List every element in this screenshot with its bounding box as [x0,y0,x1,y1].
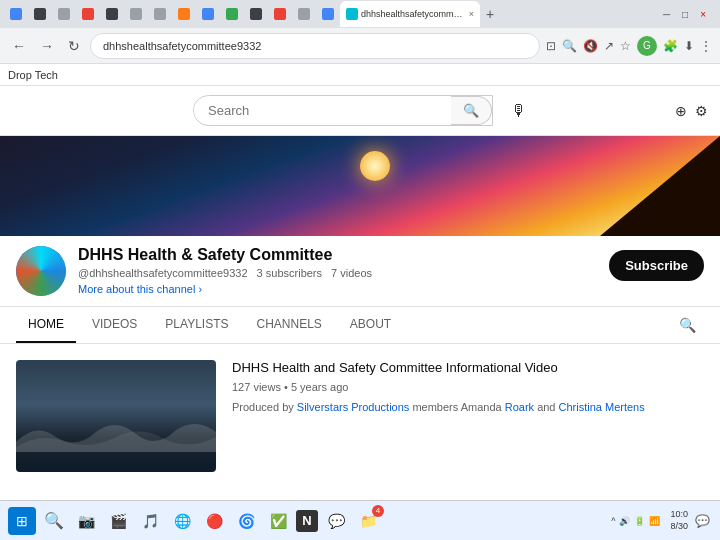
tab-item[interactable] [76,1,100,27]
amanda-link[interactable]: Roark [505,401,534,413]
taskbar-spotify[interactable]: 🎵 [136,507,164,535]
tab-item[interactable] [148,1,172,27]
channel-nav: HOME VIDEOS PLAYLISTS CHANNELS ABOUT 🔍 [0,307,720,344]
zoom-icon[interactable]: 🔍 [562,39,577,53]
tab-active[interactable]: dhhshealthsafetycommittee9332 × [340,1,480,27]
search-button[interactable]: 🔍 [451,96,492,125]
taskbar-clock[interactable]: 10:0 8/30 [670,509,688,532]
channel-subscribers: 3 subscribers [257,267,322,279]
chevron-right-icon: › [198,283,202,295]
video-meta: 127 views • 5 years ago [232,381,704,393]
tab-title: dhhshealthsafetycommittee9332 [361,9,464,19]
tab-item[interactable] [268,1,292,27]
wave-graphic [16,412,216,452]
maximize-button[interactable]: □ [678,7,692,22]
video-desc-text: Produced by [232,401,297,413]
reload-button[interactable]: ↻ [64,36,84,56]
tab-item[interactable] [316,1,340,27]
cast-icon[interactable]: ⊡ [546,39,556,53]
search-input[interactable] [194,97,451,124]
video-description: Produced by Silverstars Productions memb… [232,399,704,416]
tab-item[interactable] [220,1,244,27]
mute-icon[interactable]: 🔇 [583,39,598,53]
close-button[interactable]: × [696,7,710,22]
share-icon[interactable]: ↗ [604,39,614,53]
profile-avatar[interactable]: G [637,36,657,56]
notification-center[interactable]: 💬 [692,511,712,531]
time-display: 10:0 [670,509,688,521]
taskbar-files[interactable]: 📁 4 [354,507,382,535]
start-button[interactable]: ⊞ [8,507,36,535]
tab-item[interactable] [28,1,52,27]
video-desc-text3: and [537,401,558,413]
banner-cliff [520,136,720,236]
youtube-page: 🔍 🎙 ⊕ ⚙ DHHS Health & Safety Committee @… [0,86,720,500]
tab-item[interactable] [196,1,220,27]
tab-item[interactable] [52,1,76,27]
video-time-ago: 5 years ago [291,381,348,393]
download-icon[interactable]: ⬇ [684,39,694,53]
drop-tech-label: Drop Tech [8,69,58,81]
thumbnail-image [16,360,216,472]
video-separator: • [284,381,291,393]
tab-item[interactable] [124,1,148,27]
avatar-image [16,246,66,296]
microphone-icon[interactable]: 🎙 [511,102,527,120]
video-title[interactable]: DHHS Health and Safety Committee Informa… [232,360,704,375]
taskbar-video[interactable]: 🎬 [104,507,132,535]
youtube-header: 🔍 🎙 ⊕ ⚙ [0,86,720,136]
taskbar-search[interactable]: 🔍 [40,507,68,535]
address-bar: ← → ↻ dhhshealthsafetycommittee9332 ⊡ 🔍 … [0,28,720,64]
tab-item[interactable] [244,1,268,27]
tray-chevron[interactable]: ^ [611,516,615,526]
christina-link[interactable]: Christina Mertens [559,401,645,413]
taskbar-messaging[interactable]: 💬 [322,507,350,535]
tab-home[interactable]: HOME [16,307,76,343]
taskbar-instagram[interactable]: 📷 [72,507,100,535]
channel-content: DHHS Health and Safety Committee Informa… [0,344,720,488]
extension-icon[interactable]: 🧩 [663,39,678,53]
tab-playlists[interactable]: PLAYLISTS [153,307,240,343]
video-thumbnail[interactable] [16,360,216,472]
taskbar-chrome[interactable]: 🌀 [232,507,260,535]
tab-list: dhhshealthsafetycommittee9332 × + [4,0,651,28]
taskbar-browser2[interactable]: 🌐 [168,507,196,535]
taskbar-notion[interactable]: N [296,510,318,532]
tab-videos[interactable]: VIDEOS [80,307,149,343]
tray-battery[interactable]: 🔋 [634,516,645,526]
channel-video-count: 7 videos [331,267,372,279]
video-info: DHHS Health and Safety Committee Informa… [232,360,704,472]
tray-network[interactable]: 📶 [649,516,660,526]
bookmark-icon[interactable]: ☆ [620,39,631,53]
tab-item[interactable] [100,1,124,27]
new-tab-button[interactable]: + [480,6,500,22]
upload-icon[interactable]: ⊕ [675,103,687,119]
browser-tab-bar: dhhshealthsafetycommittee9332 × + ─ □ × [0,0,720,28]
address-input[interactable]: dhhshealthsafetycommittee9332 [90,33,540,59]
taskbar-red-app[interactable]: 🔴 [200,507,228,535]
tray-volume[interactable]: 🔊 [619,516,630,526]
channel-details: DHHS Health & Safety Committee @dhhsheal… [78,246,597,295]
video-desc-text2: members Amanda [412,401,504,413]
tab-close-icon[interactable]: × [469,9,474,19]
settings-icon[interactable]: ⚙ [695,103,708,119]
minimize-button[interactable]: ─ [659,7,674,22]
channel-avatar [16,246,66,296]
channel-more-link[interactable]: More about this channel › [78,283,597,295]
tab-about[interactable]: ABOUT [338,307,403,343]
back-button[interactable]: ← [8,36,30,56]
banner-sun [360,151,390,181]
menu-icon[interactable]: ⋮ [700,39,712,53]
forward-button[interactable]: → [36,36,58,56]
silverstars-link[interactable]: Silverstars Productions [297,401,410,413]
channel-search-icon[interactable]: 🔍 [671,309,704,341]
window-controls: ─ □ × [653,7,716,22]
tab-item[interactable] [172,1,196,27]
channel-name: DHHS Health & Safety Committee [78,246,597,264]
search-bar: 🔍 [193,95,493,126]
tab-channels[interactable]: CHANNELS [245,307,334,343]
taskbar-check[interactable]: ✅ [264,507,292,535]
subscribe-button[interactable]: Subscribe [609,250,704,281]
tab-item[interactable] [292,1,316,27]
tab-item[interactable] [4,1,28,27]
